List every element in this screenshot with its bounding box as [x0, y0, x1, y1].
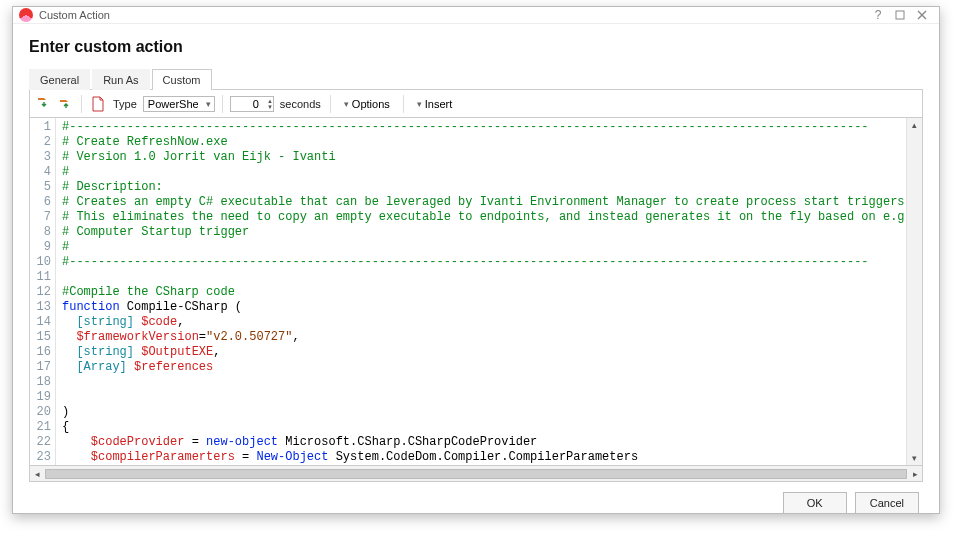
- close-icon[interactable]: [911, 7, 933, 23]
- dialog-content: Enter custom action General Run As Custo…: [13, 24, 939, 524]
- dialog-window: Custom Action ? Enter custom action Gene…: [12, 6, 940, 514]
- document-icon[interactable]: [89, 95, 107, 113]
- scroll-right-icon[interactable]: ▸: [908, 466, 922, 481]
- type-select[interactable]: [143, 96, 215, 112]
- insert-dropdown[interactable]: ▾ Insert: [411, 98, 459, 110]
- restore-icon[interactable]: [889, 7, 911, 23]
- line-gutter: 1234567891011121314151617181920212223: [30, 118, 56, 465]
- type-label: Type: [113, 98, 137, 110]
- scroll-down-icon[interactable]: ▾: [907, 451, 922, 465]
- insert-label: Insert: [425, 98, 453, 110]
- chevron-down-icon: ▾: [417, 99, 422, 109]
- timeout-unit: seconds: [280, 98, 321, 110]
- scroll-left-icon[interactable]: ◂: [30, 466, 44, 481]
- tab-general[interactable]: General: [29, 69, 90, 90]
- cancel-button[interactable]: Cancel: [855, 492, 919, 514]
- stepper-arrows-icon[interactable]: ▲▼: [267, 98, 273, 110]
- app-icon: [19, 8, 33, 22]
- tabs: General Run As Custom: [29, 68, 923, 90]
- scroll-thumb[interactable]: [45, 469, 907, 479]
- dialog-footer: OK Cancel: [29, 482, 923, 514]
- scroll-up-icon[interactable]: ▴: [907, 118, 922, 132]
- import-icon[interactable]: [34, 95, 52, 113]
- page-title: Enter custom action: [29, 38, 923, 56]
- vertical-scrollbar[interactable]: ▴ ▾: [906, 118, 922, 465]
- tab-custom[interactable]: Custom: [152, 69, 212, 90]
- horizontal-scrollbar[interactable]: ◂ ▸: [29, 466, 923, 482]
- toolbar-separator: [403, 95, 404, 113]
- window-title: Custom Action: [39, 9, 867, 21]
- titlebar: Custom Action ?: [13, 7, 939, 24]
- export-icon[interactable]: [56, 95, 74, 113]
- toolbar-separator: [330, 95, 331, 113]
- code-editor[interactable]: 1234567891011121314151617181920212223 #-…: [29, 118, 923, 466]
- tab-runas[interactable]: Run As: [92, 69, 149, 90]
- chevron-down-icon: ▾: [344, 99, 349, 109]
- ok-button[interactable]: OK: [783, 492, 847, 514]
- svg-rect-0: [896, 11, 904, 19]
- toolbar-separator: [222, 95, 223, 113]
- options-dropdown[interactable]: ▾ Options: [338, 98, 396, 110]
- toolbar-separator: [81, 95, 82, 113]
- code-area[interactable]: #---------------------------------------…: [56, 118, 906, 465]
- options-label: Options: [352, 98, 390, 110]
- help-icon[interactable]: ?: [867, 7, 889, 23]
- toolbar: Type ▲▼ seconds ▾ Options ▾ Insert: [29, 90, 923, 118]
